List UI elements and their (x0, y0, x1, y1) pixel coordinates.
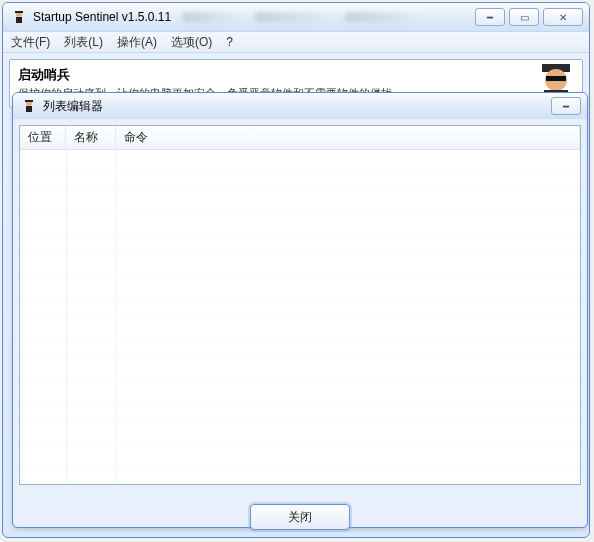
column-divider (116, 150, 117, 484)
maximize-icon: ▭ (520, 12, 529, 23)
column-name[interactable]: 名称 (66, 126, 116, 149)
minimize-icon: ━ (563, 101, 569, 112)
column-location[interactable]: 位置 (20, 126, 66, 149)
close-button-label: 关闭 (288, 509, 312, 526)
blurred-text (183, 12, 243, 22)
banner-heading: 启动哨兵 (18, 66, 574, 84)
maximize-button[interactable]: ▭ (509, 8, 539, 26)
dialog-titlebar[interactable]: 列表编辑器 ━ (13, 93, 587, 119)
close-icon: ✕ (559, 12, 567, 23)
minimize-icon: ━ (487, 12, 493, 23)
list-editor-dialog: 列表编辑器 ━ 位置 名称 命令 关闭 (12, 92, 588, 528)
menu-action[interactable]: 操作(A) (117, 34, 157, 51)
column-divider (66, 150, 67, 484)
close-button[interactable]: 关闭 (250, 504, 350, 530)
menu-options[interactable]: 选项(O) (171, 34, 212, 51)
dialog-window-controls: ━ (551, 97, 581, 115)
column-command[interactable]: 命令 (116, 126, 580, 149)
svg-rect-1 (15, 11, 23, 13)
table-header: 位置 名称 命令 (20, 126, 580, 150)
svg-rect-2 (16, 17, 22, 23)
minimize-button[interactable]: ━ (475, 8, 505, 26)
blurred-text (255, 12, 333, 22)
sentinel-icon (21, 98, 37, 114)
dialog-footer: 关闭 (13, 491, 587, 542)
menu-help[interactable]: ? (226, 35, 233, 49)
table-body[interactable] (20, 150, 580, 484)
menu-file[interactable]: 文件(F) (11, 34, 50, 51)
menu-bar: 文件(F) 列表(L) 操作(A) 选项(O) ? (3, 31, 589, 53)
dialog-body: 位置 名称 命令 (19, 125, 581, 485)
blurred-text (345, 12, 423, 22)
main-window-title: Startup Sentinel v1.5.0.11 (33, 10, 171, 24)
svg-rect-5 (546, 76, 566, 81)
close-button[interactable]: ✕ (543, 8, 583, 26)
sentinel-icon (11, 9, 27, 25)
window-controls: ━ ▭ ✕ (475, 8, 583, 26)
svg-rect-9 (26, 106, 32, 112)
dialog-title: 列表编辑器 (43, 98, 103, 115)
svg-rect-8 (25, 100, 33, 102)
dialog-minimize-button[interactable]: ━ (551, 97, 581, 115)
main-titlebar[interactable]: Startup Sentinel v1.5.0.11 ━ ▭ ✕ (3, 3, 589, 31)
menu-list[interactable]: 列表(L) (64, 34, 103, 51)
